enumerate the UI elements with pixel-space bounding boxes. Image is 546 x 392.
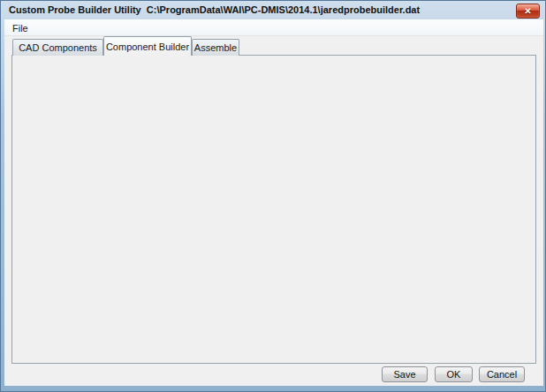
button-label: Save (393, 369, 415, 380)
ok-button[interactable]: OK (435, 366, 473, 382)
cancel-button[interactable]: Cancel (479, 366, 525, 382)
tab-label: Assemble (194, 42, 237, 53)
window-title: Custom Probe Builder Utility C:\ProgramD… (9, 4, 420, 15)
tab-cad-components[interactable]: CAD Components (12, 39, 103, 56)
tab-label: CAD Components (19, 42, 97, 53)
menubar: File (4, 19, 543, 36)
close-button[interactable]: ✕ (516, 4, 540, 19)
button-label: OK (447, 369, 461, 380)
save-button[interactable]: Save (382, 366, 428, 382)
titlebar[interactable]: Custom Probe Builder Utility C:\ProgramD… (1, 1, 546, 19)
tab-component-builder[interactable]: Component Builder (103, 36, 192, 56)
tab-page (11, 55, 536, 364)
button-label: Cancel (487, 369, 517, 380)
custom-probe-builder-window: Custom Probe Builder Utility C:\ProgramD… (0, 0, 546, 392)
tab-assemble[interactable]: Assemble (192, 39, 239, 56)
tab-label: Component Builder (106, 41, 189, 52)
menu-file[interactable]: File (4, 19, 36, 36)
close-icon: ✕ (524, 7, 531, 16)
